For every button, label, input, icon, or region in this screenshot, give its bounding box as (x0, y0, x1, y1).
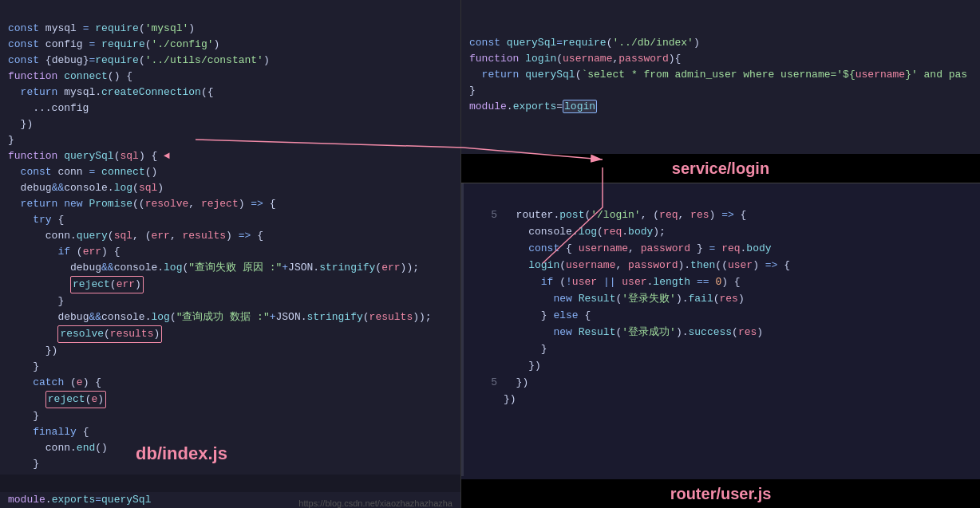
service-login-label: service/login (461, 154, 980, 183)
right-bottom-code: 5 router.post('/login', (req, res) => { … (461, 183, 980, 414)
left-panel: const mysql = require('mysql') const con… (0, 0, 461, 508)
right-panel: const querySql=require('../db/index') fu… (461, 0, 980, 508)
main-container: const mysql = require('mysql') const con… (0, 0, 980, 508)
db-index-label: db/index.js (136, 443, 227, 464)
right-top: const querySql=require('../db/index') fu… (461, 0, 980, 183)
router-user-label: router/user.js (461, 479, 980, 508)
right-top-code: const querySql=require('../db/index') fu… (469, 19, 972, 115)
left-bottom-bar (0, 475, 461, 492)
right-bottom: 5 router.post('/login', (req, res) => { … (461, 183, 980, 508)
left-code: const mysql = require('mysql') const con… (0, 0, 460, 507)
watermark: https://blog.csdn.net/xiaozhazhazhazha (298, 498, 452, 508)
